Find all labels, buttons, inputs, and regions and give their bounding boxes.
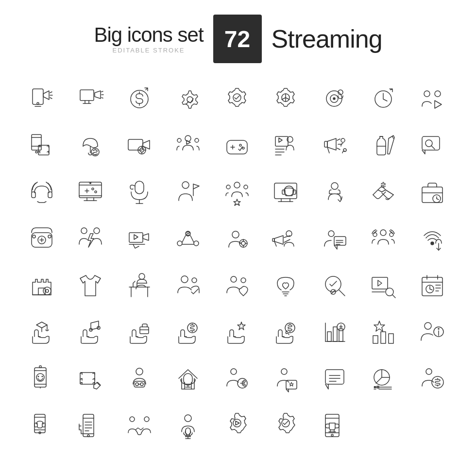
icon-mobile-headphones (19, 403, 64, 448)
icon-target-person (312, 77, 357, 121)
icon-person-play-group (166, 123, 210, 168)
svg-point-267 (130, 417, 135, 422)
svg-line-164 (339, 290, 345, 296)
icon-network-dollar (166, 217, 210, 261)
icon-home-mic (166, 357, 210, 401)
icon-calendar-clock (410, 263, 455, 308)
svg-point-159 (241, 278, 246, 283)
svg-point-280 (331, 434, 333, 436)
icon-video-list-person (263, 123, 308, 168)
svg-point-268 (144, 417, 149, 422)
svg-point-113 (48, 235, 51, 238)
svg-point-114 (81, 228, 87, 234)
svg-line-68 (392, 136, 393, 138)
svg-rect-247 (374, 386, 376, 388)
svg-point-81 (95, 191, 97, 193)
svg-rect-198 (333, 327, 337, 341)
svg-rect-135 (272, 238, 274, 241)
category-title: Streaming (272, 24, 382, 53)
svg-line-4 (50, 98, 52, 99)
svg-rect-205 (381, 332, 386, 343)
header: Big icons set EDITABLE STROKE 72 Streami… (19, 15, 457, 63)
icon-monitor-game (68, 170, 113, 215)
icon-people-handshake (117, 403, 162, 448)
icon-person-dollar (410, 357, 455, 401)
svg-point-90 (244, 185, 248, 189)
svg-point-234 (243, 380, 245, 382)
icon-video-search (361, 263, 406, 308)
icon-umbrella-dollar (68, 123, 113, 168)
svg-point-121 (177, 241, 182, 246)
svg-marker-116 (88, 234, 94, 247)
svg-line-12 (102, 98, 103, 98)
icon-gear-play (215, 403, 259, 448)
icon-gear-chart (166, 77, 210, 121)
icon-star-ranking (361, 310, 406, 355)
icon-person-mic-stand (166, 403, 210, 448)
icon-bottle-pencil (361, 123, 406, 168)
svg-point-122 (194, 241, 199, 246)
svg-rect-258 (42, 423, 45, 427)
svg-point-53 (242, 147, 244, 149)
svg-marker-91 (234, 199, 240, 205)
svg-line-21 (286, 98, 289, 100)
svg-point-89 (226, 185, 230, 189)
svg-point-157 (192, 278, 197, 283)
icon-microphone (117, 170, 162, 215)
icon-person-desk (117, 263, 162, 308)
icon-film-edit (68, 357, 113, 401)
svg-rect-73 (48, 192, 52, 198)
svg-rect-30 (32, 135, 41, 150)
svg-rect-277 (325, 414, 339, 437)
svg-line-123 (182, 236, 186, 242)
svg-point-28 (424, 91, 430, 97)
svg-point-158 (231, 276, 237, 282)
svg-point-144 (431, 242, 434, 245)
svg-line-2 (50, 92, 52, 93)
svg-point-128 (232, 231, 239, 238)
svg-marker-203 (374, 321, 385, 331)
svg-rect-218 (39, 366, 41, 368)
number-badge: 72 (213, 15, 262, 63)
svg-point-222 (136, 383, 138, 386)
svg-point-5 (37, 102, 39, 104)
svg-rect-239 (325, 370, 344, 384)
svg-rect-6 (80, 90, 94, 101)
svg-point-99 (331, 183, 338, 189)
svg-rect-54 (275, 136, 288, 146)
icon-person-star-chat (263, 357, 308, 401)
icon-megaphone-group (312, 123, 357, 168)
svg-point-64 (341, 138, 345, 142)
icon-mobile-emoji (19, 357, 64, 401)
svg-point-210 (438, 328, 439, 329)
svg-point-52 (239, 144, 241, 146)
svg-line-63 (337, 148, 340, 150)
icon-dollar-refresh (117, 77, 162, 121)
svg-point-115 (94, 228, 100, 234)
icon-mobile-trophy (312, 403, 357, 448)
icon-group-play (410, 77, 455, 121)
icon-hand-graduation (19, 310, 64, 355)
svg-rect-74 (79, 182, 102, 198)
icon-chat-text (312, 357, 357, 401)
svg-line-124 (190, 236, 194, 242)
svg-rect-0 (33, 89, 43, 104)
icon-headphones-wifi (19, 170, 64, 215)
svg-line-100 (338, 200, 340, 202)
svg-point-136 (328, 231, 334, 237)
icon-video-promote (117, 217, 162, 261)
svg-rect-69 (422, 136, 440, 150)
svg-point-88 (234, 182, 240, 188)
icon-person-game-gear (215, 357, 259, 401)
svg-marker-168 (378, 280, 382, 286)
svg-rect-72 (32, 192, 35, 198)
svg-point-156 (181, 276, 188, 283)
svg-point-86 (182, 182, 189, 188)
svg-rect-92 (274, 183, 297, 199)
icon-group-broadcast (361, 217, 406, 261)
svg-rect-186 (140, 327, 149, 334)
icon-gear-check (215, 77, 259, 121)
svg-point-112 (33, 235, 35, 238)
icon-chart-bar (312, 310, 357, 355)
icon-game-block (19, 217, 64, 261)
